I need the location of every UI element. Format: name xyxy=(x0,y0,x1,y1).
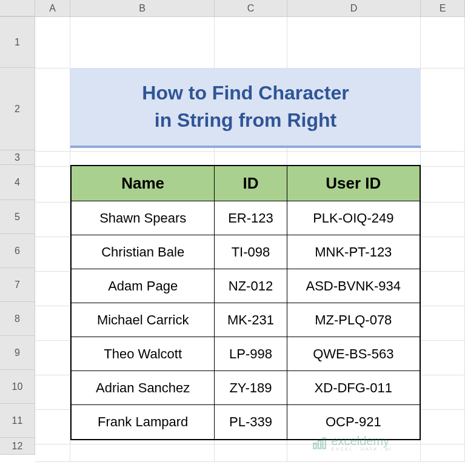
watermark-logo: exceldemy EXCEL · DATA · BI xyxy=(312,435,392,452)
cell-name[interactable]: Christian Bale xyxy=(72,235,215,269)
row-header-1[interactable]: 1 xyxy=(0,17,35,68)
cell-userid[interactable]: MNK-PT-123 xyxy=(287,235,420,269)
row-header-8[interactable]: 8 xyxy=(0,302,35,336)
svg-rect-0 xyxy=(314,443,316,449)
row-header-11[interactable]: 11 xyxy=(0,404,35,438)
cell-E2[interactable] xyxy=(421,69,465,151)
cell-E1[interactable] xyxy=(421,17,465,68)
cell-name[interactable]: Adam Page xyxy=(72,269,215,303)
cell-id[interactable]: LP-998 xyxy=(215,337,287,371)
cell-E10[interactable] xyxy=(421,375,465,409)
cell-C12[interactable] xyxy=(215,444,287,461)
cell-A8[interactable] xyxy=(35,306,70,340)
spreadsheet-grid: A B C D E 1 2 3 4 5 6 7 8 9 10 11 12 How xyxy=(0,0,465,476)
cell-A3[interactable] xyxy=(35,152,70,166)
cell-userid[interactable]: QWE-BS-563 xyxy=(287,337,420,371)
cell-E12[interactable] xyxy=(421,444,465,461)
cell-id[interactable]: NZ-012 xyxy=(215,269,287,303)
column-header-D[interactable]: D xyxy=(287,0,421,16)
data-table: Name ID User ID Shawn Spears ER-123 PLK-… xyxy=(70,165,421,440)
row-header-6[interactable]: 6 xyxy=(0,234,35,268)
row-header-9[interactable]: 9 xyxy=(0,336,35,370)
cell-name[interactable]: Frank Lampard xyxy=(72,405,215,439)
cell-A5[interactable] xyxy=(35,203,70,236)
header-id[interactable]: ID xyxy=(215,166,287,201)
cell-D1[interactable] xyxy=(287,17,421,68)
cell-E4[interactable] xyxy=(421,167,465,202)
row-header-4[interactable]: 4 xyxy=(0,165,35,200)
svg-rect-2 xyxy=(323,438,326,448)
cell-id[interactable]: ZY-189 xyxy=(215,371,287,405)
column-headers-row: A B C D E xyxy=(0,0,465,17)
cell-E9[interactable] xyxy=(421,341,465,375)
cell-A9[interactable] xyxy=(35,341,70,375)
cell-E6[interactable] xyxy=(421,237,465,271)
cell-A1[interactable] xyxy=(35,17,70,68)
cell-A4[interactable] xyxy=(35,167,70,202)
cell-id[interactable]: TI-098 xyxy=(215,235,287,269)
cell-id[interactable]: MK-231 xyxy=(215,303,287,337)
cell-C3[interactable] xyxy=(215,152,287,166)
row-headers-column: 1 2 3 4 5 6 7 8 9 10 11 12 xyxy=(0,17,35,455)
watermark-main: exceldemy xyxy=(331,435,392,447)
cell-name[interactable]: Shawn Spears xyxy=(72,201,215,235)
cell-E8[interactable] xyxy=(421,306,465,340)
column-header-C[interactable]: C xyxy=(215,0,287,16)
title-text: How to Find Character in String from Rig… xyxy=(142,79,349,134)
select-all-corner[interactable] xyxy=(0,0,35,16)
header-userid[interactable]: User ID xyxy=(287,166,420,201)
chart-icon xyxy=(312,435,327,451)
cell-name[interactable]: Adrian Sanchez xyxy=(72,371,215,405)
cell-E5[interactable] xyxy=(421,203,465,236)
row-header-2[interactable]: 2 xyxy=(0,68,35,150)
cell-E7[interactable] xyxy=(421,272,465,306)
column-header-B[interactable]: B xyxy=(70,0,215,16)
cell-A6[interactable] xyxy=(35,237,70,271)
cell-A10[interactable] xyxy=(35,375,70,409)
cell-userid[interactable]: PLK-OIQ-249 xyxy=(287,201,420,235)
cell-A2[interactable] xyxy=(35,69,70,151)
cell-name[interactable]: Michael Carrick xyxy=(72,303,215,337)
cell-B3[interactable] xyxy=(70,152,215,166)
column-header-A[interactable]: A xyxy=(35,0,70,16)
table-row: Shawn Spears ER-123 PLK-OIQ-249 xyxy=(72,201,420,235)
cell-userid[interactable]: XD-DFG-011 xyxy=(287,371,420,405)
row-header-10[interactable]: 10 xyxy=(0,370,35,404)
cell-userid[interactable]: MZ-PLQ-078 xyxy=(287,303,420,337)
cell-C1[interactable] xyxy=(215,17,287,68)
watermark-sub: EXCEL · DATA · BI xyxy=(331,447,392,452)
table-row: Adrian Sanchez ZY-189 XD-DFG-011 xyxy=(72,371,420,405)
cell-B1[interactable] xyxy=(70,17,215,68)
cell-E11[interactable] xyxy=(421,410,465,444)
cell-A7[interactable] xyxy=(35,272,70,306)
row-header-12[interactable]: 12 xyxy=(0,438,35,455)
cell-E3[interactable] xyxy=(421,152,465,166)
cell-id[interactable]: ER-123 xyxy=(215,201,287,235)
row-header-5[interactable]: 5 xyxy=(0,200,35,234)
watermark-text: exceldemy EXCEL · DATA · BI xyxy=(331,435,392,452)
cell-D3[interactable] xyxy=(287,152,421,166)
cell-id[interactable]: PL-339 xyxy=(215,405,287,439)
table-row: Christian Bale TI-098 MNK-PT-123 xyxy=(72,235,420,269)
cell-A12[interactable] xyxy=(35,444,70,461)
header-name[interactable]: Name xyxy=(72,166,215,201)
title-line-1: How to Find Character xyxy=(142,79,349,107)
title-merged-cell[interactable]: How to Find Character in String from Rig… xyxy=(70,68,421,148)
row-header-7[interactable]: 7 xyxy=(0,268,35,302)
row-header-3[interactable]: 3 xyxy=(0,150,35,165)
title-line-2: in String from Right xyxy=(142,107,349,134)
table-row: Michael Carrick MK-231 MZ-PLQ-078 xyxy=(72,303,420,337)
cell-name[interactable]: Theo Walcott xyxy=(72,337,215,371)
cell-userid[interactable]: ASD-BVNK-934 xyxy=(287,269,420,303)
cell-B12[interactable] xyxy=(70,444,215,461)
svg-rect-1 xyxy=(318,441,321,449)
cell-A11[interactable] xyxy=(35,410,70,444)
column-header-E[interactable]: E xyxy=(421,0,465,16)
table-header-row: Name ID User ID xyxy=(72,166,420,201)
table-row: Theo Walcott LP-998 QWE-BS-563 xyxy=(72,337,420,371)
grid-cells-area: How to Find Character in String from Rig… xyxy=(35,17,465,476)
table-row: Adam Page NZ-012 ASD-BVNK-934 xyxy=(72,269,420,303)
